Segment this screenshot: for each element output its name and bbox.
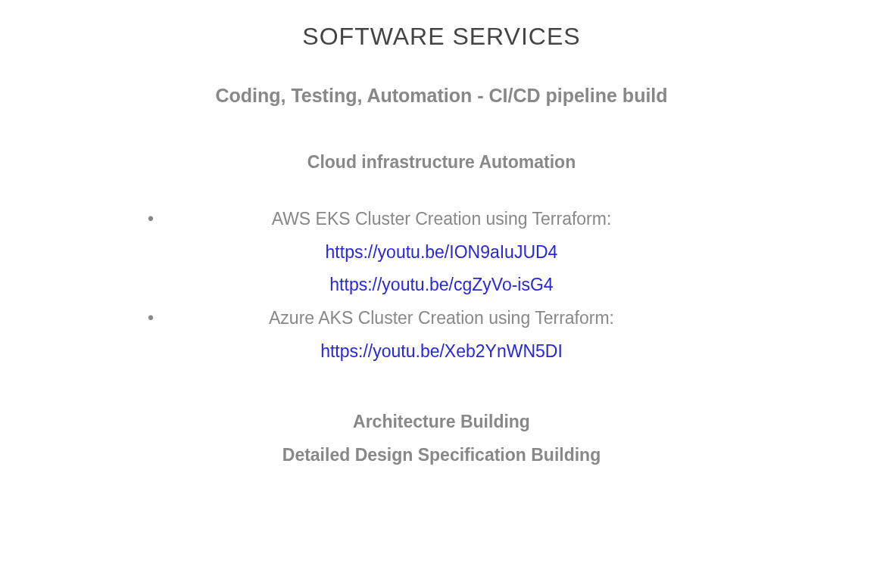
page-title: SOFTWARE SERVICES	[0, 23, 883, 51]
bullet-icon: •	[148, 203, 154, 236]
youtube-link[interactable]: https://youtu.be/cgZyVo-isG4	[0, 269, 883, 302]
section-heading-design: Detailed Design Specification Building	[0, 439, 883, 472]
page-container: SOFTWARE SERVICES Coding, Testing, Autom…	[0, 23, 883, 472]
youtube-link[interactable]: https://youtu.be/ION9aIuJUD4	[0, 236, 883, 269]
section-heading-cloud: Cloud infrastructure Automation	[0, 152, 883, 173]
bullet-icon: •	[148, 302, 154, 335]
section-heading-architecture: Architecture Building	[0, 406, 883, 439]
list-item: • AWS EKS Cluster Creation using Terrafo…	[0, 203, 883, 302]
list-item-label: AWS EKS Cluster Creation using Terraform…	[272, 203, 612, 236]
youtube-link[interactable]: https://youtu.be/Xeb2YnWN5DI	[0, 335, 883, 369]
page-subtitle: Coding, Testing, Automation - CI/CD pipe…	[0, 85, 883, 107]
list-item: • Azure AKS Cluster Creation using Terra…	[0, 302, 883, 368]
list-item-label: Azure AKS Cluster Creation using Terrafo…	[269, 302, 614, 335]
resource-list: • AWS EKS Cluster Creation using Terrafo…	[0, 203, 883, 368]
